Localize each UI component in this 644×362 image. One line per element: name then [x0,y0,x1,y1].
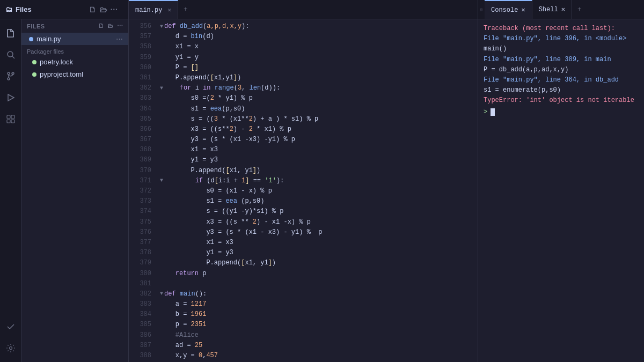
file-name-main-py: main.py [36,35,61,43]
file-dot-blue [29,37,33,41]
code-line-373[interactable]: s1 = eea (p,s0) [160,196,473,206]
console-content: Traceback (most recent call last): File … [478,19,644,362]
code-line-384[interactable]: b = 1961 [160,309,473,320]
code-content[interactable]: ▼def db_add(a,p,d,x,y): d = bin(d) x1 = … [156,19,478,362]
code-line-378[interactable]: y1 = y3 [160,248,473,258]
code-line-363[interactable]: s0 =(2 * y1) % p [160,93,473,104]
tab-add-button[interactable]: + [178,5,193,13]
new-folder-btn[interactable]: 🗁 [107,23,114,29]
svg-point-5 [8,78,10,80]
tab-console[interactable]: Console ✕ [485,0,532,19]
file-panel-actions: 🗋 🗁 ⋯ [98,23,123,29]
sidebar-item-extensions[interactable] [1,109,20,129]
new-folder-icon[interactable]: 🗁 [99,5,107,14]
editor-tab-bar: main.py ✕ + Console ✕ Shell ✕ + [129,0,644,19]
file-item-pyproject-toml[interactable]: pyproject.toml [21,68,128,80]
code-line-364[interactable]: s1 = eea(p,s0) [160,104,473,114]
file-panel-header: Files 🗋 🗁 ⋯ [21,19,128,33]
panel-icon[interactable] [478,0,485,19]
console-tab-add-button[interactable]: + [572,5,587,13]
file-dot-green-1 [32,60,36,64]
code-line-382[interactable]: ▼def main(): [160,289,473,299]
sidebar-item-settings[interactable] [1,338,20,358]
file-dot-green-2 [32,72,36,77]
code-line-367[interactable]: y3 = (s * (x1 -x3) -y1) % p [160,135,473,145]
file-more-icon[interactable]: ⋯ [116,35,123,43]
top-bar: 🗂 Files 🗋 🗁 ⋯ main.py ✕ + Console ✕ Shel… [0,0,644,19]
code-line-377[interactable]: x1 = x3 [160,238,473,248]
code-line-356[interactable]: ▼def db_add(a,p,d,x,y): [160,21,473,32]
files-icon: 🗂 [5,5,12,13]
tab-main-py[interactable]: main.py ✕ [129,0,178,19]
more-icon[interactable]: ⋯ [110,5,118,14]
sidebar-item-check[interactable] [1,317,20,336]
code-line-376[interactable]: y3 = (s * (x1 - x3) - y1) % p [160,227,473,238]
activity-bottom [1,317,20,358]
code-line-381[interactable] [160,279,473,289]
code-line-388[interactable]: x,y = 0,457 [160,351,473,361]
console-tab-area: Console ✕ Shell ✕ + [478,0,644,19]
top-bar-left: 🗂 Files 🗋 🗁 ⋯ [0,0,129,19]
file-name-poetry-lock: poetry.lock [40,58,73,66]
console-line: File "main.py", line 396, in <module> [484,34,639,44]
code-line-374[interactable]: s = ((y1 -y)*s1) % p [160,206,473,217]
svg-rect-10 [7,120,10,123]
console-line: P = db_add(a,p,ad,x,y) [484,65,639,75]
sidebar-item-run[interactable] [1,88,20,107]
code-line-360[interactable]: P = [] [160,63,473,73]
svg-point-4 [8,72,10,75]
file-panel: Files 🗋 🗁 ⋯ main.py ⋯ Packager files poe… [21,19,129,362]
file-name-pyproject-toml: pyproject.toml [40,70,83,78]
code-line-365[interactable]: s = ((3 * (x1**2) + a ) * s1) % p [160,114,473,124]
code-editor[interactable]: 3563573583593603613623633643653663673683… [129,19,478,362]
code-line-366[interactable]: x3 = ((s**2) - 2 * x1) % p [160,124,473,135]
code-line-359[interactable]: y1 = y [160,53,473,63]
code-line-383[interactable]: a = 1217 [160,299,473,309]
code-line-380[interactable]: return p [160,269,473,279]
file-item-main-py[interactable]: main.py ⋯ [21,33,128,45]
file-panel-title: Files [27,23,45,29]
console-prompt[interactable]: > [484,107,639,117]
code-line-371[interactable]: ▼ if (d[i:i + 1] == '1'): [160,176,473,186]
console-cursor [491,108,495,116]
svg-rect-11 [11,120,14,123]
code-line-368[interactable]: x1 = x3 [160,145,473,155]
tab-shell[interactable]: Shell ✕ [532,0,572,19]
svg-rect-9 [11,115,14,119]
code-line-357[interactable]: d = bin(d) [160,32,473,42]
console-line: File "main.py", line 389, in main [484,55,639,65]
new-file-btn[interactable]: 🗋 [98,23,105,29]
more-btn[interactable]: ⋯ [117,23,123,29]
code-line-372[interactable]: s0 = (x1 - x) % p [160,186,473,196]
new-file-icon[interactable]: 🗋 [89,5,96,14]
sidebar-item-search[interactable] [1,45,20,64]
svg-point-2 [8,51,13,57]
svg-marker-7 [8,94,14,101]
top-bar-title: Files [16,5,32,13]
tab-close-icon[interactable]: ✕ [167,6,171,13]
code-line-386[interactable]: #Alice [160,330,473,341]
main-layout: Files 🗋 🗁 ⋯ main.py ⋯ Packager files poe… [0,19,644,362]
code-line-370[interactable]: P.append([x1, y1]) [160,166,473,176]
svg-line-3 [12,56,14,58]
svg-point-12 [9,347,12,350]
activity-bar [0,19,21,362]
code-line-362[interactable]: ▼ for i in range(3, len(d)): [160,83,473,93]
code-line-379[interactable]: P.append([x1, y1]) [160,258,473,268]
sidebar-item-explorer[interactable] [1,24,20,43]
packager-files-label: Packager files [21,45,128,56]
shell-tab-label: Shell [539,6,558,13]
shell-tab-close[interactable]: ✕ [561,5,565,13]
sidebar-item-source-control[interactable] [1,67,20,86]
code-line-361[interactable]: P.append([x1,y1]) [160,73,473,83]
code-line-385[interactable]: p = 2351 [160,320,473,330]
console-tab-close[interactable]: ✕ [521,6,525,14]
console-tab-label: Console [491,6,518,14]
file-item-poetry-lock[interactable]: poetry.lock [21,56,128,68]
code-line-369[interactable]: y1 = y3 [160,155,473,165]
code-line-358[interactable]: x1 = x [160,42,473,52]
code-line-375[interactable]: x3 = ((s ** 2) - x1 -x) % p [160,217,473,227]
code-line-387[interactable]: ad = 25 [160,341,473,351]
console-panel: Traceback (most recent call last): File … [478,19,644,362]
top-bar-actions: 🗋 🗁 ⋯ [89,5,123,14]
